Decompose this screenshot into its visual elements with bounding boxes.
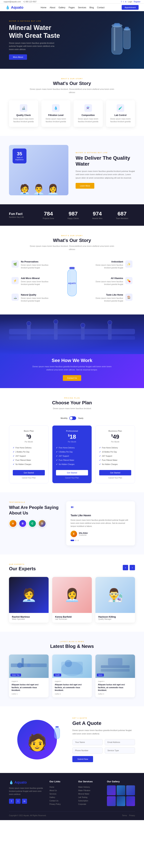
feature-natural-quality: 🏔️ Natural Quality Donec ipsum mass lore…	[9, 290, 56, 306]
nav-logo[interactable]: 💧 Aquato	[5, 5, 23, 9]
testimonial-dots	[70, 540, 131, 541]
expert-info-2: Hackson Killing Quality Manager	[95, 613, 135, 623]
video-cta-button[interactable]: Contact Us	[63, 375, 81, 381]
footer-social-facebook[interactable]: f	[9, 799, 14, 804]
gallery-item-0[interactable]	[107, 785, 116, 795]
svg-text:AQUATO: AQUATO	[68, 282, 76, 284]
top-bar-social-f[interactable]: f	[121, 1, 122, 3]
footer-link-about[interactable]: About Us	[50, 789, 73, 792]
pricing-card-basic: Basic Plan $9 Per Month Free Home Delive…	[9, 425, 49, 483]
footer-about-col: 💧 Aquato Donec ipsum mass lorem faucibus…	[9, 780, 44, 806]
footer-service-delivery[interactable]: Water Delivery	[78, 785, 102, 789]
footer-terms[interactable]: Terms	[122, 814, 127, 816]
quote-bottle-svg	[53, 725, 62, 740]
footer-link-contact[interactable]: Contact Us	[50, 799, 73, 803]
gallery-item-4[interactable]	[117, 796, 125, 806]
footer-service-filtration[interactable]: Water Filtration	[78, 789, 102, 792]
footer-service-lab[interactable]: Lab Testing	[78, 796, 102, 799]
footer-links-list: Home About Us Services Gallery Contact U…	[50, 785, 73, 806]
nav-link-services[interactable]: Services	[78, 6, 86, 9]
author-name: Ella Alder	[79, 532, 88, 534]
testimonial-title: Taste Like Haven	[70, 514, 131, 517]
nav-link-blog[interactable]: Blog	[89, 6, 94, 9]
avatar-0: A	[9, 520, 17, 527]
gallery-item-3[interactable]	[107, 796, 116, 806]
testimonial-dot-0[interactable]	[70, 540, 74, 541]
story2-title: What's Our Story	[9, 238, 135, 243]
nav-cta-button[interactable]: Appointment	[122, 5, 139, 10]
fun-stat-label-0: Projects Done	[42, 217, 54, 219]
footer-link-privacy[interactable]: Privacy Policy	[50, 803, 73, 806]
feature-item: No Hidden Charges	[56, 462, 88, 466]
pricing-cta-business[interactable]: Get Started	[99, 470, 131, 475]
gallery-item-5[interactable]	[126, 796, 135, 806]
top-bar-register[interactable]: Register	[134, 1, 140, 3]
svg-rect-32	[54, 727, 60, 739]
blog-section: LATEST BLOG & NEWS Latest Blog & News Wa…	[0, 632, 144, 706]
expert-image-2: 👨‍🔬	[95, 577, 135, 613]
deliver-cta-button[interactable]: Learn More	[76, 183, 94, 189]
gallery-item-1[interactable]	[117, 785, 125, 795]
experts-next-button[interactable]: ›	[129, 565, 135, 570]
nav-link-home[interactable]: Home	[41, 6, 47, 9]
blog-date-2: August 4	[98, 680, 133, 682]
author-info: Ella Alder Customer	[79, 532, 88, 536]
pricing-cta-basic[interactable]: Get Started	[13, 470, 45, 475]
footer-social-linkedin[interactable]: in	[22, 799, 27, 804]
blog-content-1: August 4 Aliquam luctus nisl eget orci f…	[52, 678, 92, 698]
nav-link-pages[interactable]: Pages	[68, 6, 75, 9]
nav-link-contact[interactable]: Contact	[97, 6, 105, 9]
footer-privacy-link[interactable]: Privacy	[129, 814, 135, 816]
pricing-cards-container: Basic Plan $9 Per Month Free Home Delive…	[9, 425, 135, 483]
experts-prev-button[interactable]: ‹	[123, 565, 128, 570]
top-bar: support@aquato.com +1 800 123 4567 f t i…	[0, 0, 144, 4]
top-bar-social-in[interactable]: in	[125, 1, 126, 3]
testimonials-section: TESTIMONIALS What Are People Saying Abou…	[0, 492, 144, 554]
feature-desc-preservatives: Donec ipsum mass lorem faucibus tincidun…	[21, 264, 53, 269]
avatar-1: B	[19, 520, 27, 527]
expert-name-2: Hackson Killing	[98, 615, 132, 618]
pricing-toggle-switch[interactable]	[69, 416, 76, 420]
experts-title-area: OUR EXPERTS Our Experts	[9, 563, 36, 571]
hero-tag: WATER IS NOTHING BUT LIFE	[9, 20, 72, 22]
footer-service-mineral[interactable]: Mineral Water	[78, 792, 102, 796]
footer-link-gallery[interactable]: Gallery	[50, 796, 73, 799]
story-card-desc-3: Donec ipsum mass lorem faucibus tincidun…	[109, 118, 132, 123]
footer-service-subscription[interactable]: Subscription	[78, 799, 102, 803]
quote-form	[73, 739, 135, 753]
nav-link-gallery[interactable]: Gallery	[58, 6, 65, 9]
story-card-title-0: Quality Check	[12, 114, 35, 117]
feature-icon-vitamins: 💊	[125, 277, 133, 284]
footer-services-list: Water Delivery Water Filtration Mineral …	[78, 785, 102, 806]
expert-image-0: 🧑‍💼	[9, 577, 49, 613]
pricing-cta-pro[interactable]: Get Started	[56, 470, 88, 475]
expert-name-1: Kenna Barfield	[55, 615, 89, 618]
water-bottle-svg	[99, 18, 135, 62]
feature-text-vitamins: All Vitamins Donec ipsum mass lorem fauc…	[91, 277, 123, 286]
quote-email-input[interactable]	[105, 739, 135, 745]
quote-phone-input[interactable]	[73, 747, 103, 753]
footer-link-home[interactable]: Home	[50, 785, 73, 789]
nav-link-about[interactable]: About	[50, 6, 55, 9]
footer-social-twitter[interactable]: t	[16, 799, 21, 804]
gallery-item-2[interactable]	[126, 785, 135, 795]
footer-gallery-grid	[107, 785, 135, 806]
testimonial-dot-1[interactable]	[75, 540, 77, 541]
footer-social: f t in	[9, 799, 44, 804]
expert-person-0: 🧑‍💼	[21, 588, 37, 602]
top-bar-social-t[interactable]: t	[123, 1, 124, 3]
top-bar-left: support@aquato.com +1 800 123 4567	[4, 1, 36, 3]
fun-fact-label-area: Fun Fact Numbers Say it All	[9, 212, 36, 218]
testimonial-dot-2[interactable]	[78, 540, 79, 541]
pricing-toggle: Monthly Yearly	[9, 416, 135, 420]
story2-subtitle: Donec ipsum mass lorem faucibus tincidun…	[27, 245, 117, 251]
top-bar-login[interactable]: Login	[128, 1, 132, 3]
footer-link-services[interactable]: Services	[50, 792, 73, 796]
quote-submit-button[interactable]: Submit Now	[73, 756, 93, 762]
hero-cta-button[interactable]: More About	[9, 54, 27, 60]
pricing-card-pro: Professional $18 Per Month Free Home Del…	[52, 425, 92, 483]
footer-service-corporate[interactable]: Corporate	[78, 803, 102, 806]
expert-name-0: Rashid Martinez	[12, 615, 46, 618]
quote-name-input[interactable]	[73, 739, 103, 745]
quote-service-input[interactable]	[105, 747, 135, 753]
